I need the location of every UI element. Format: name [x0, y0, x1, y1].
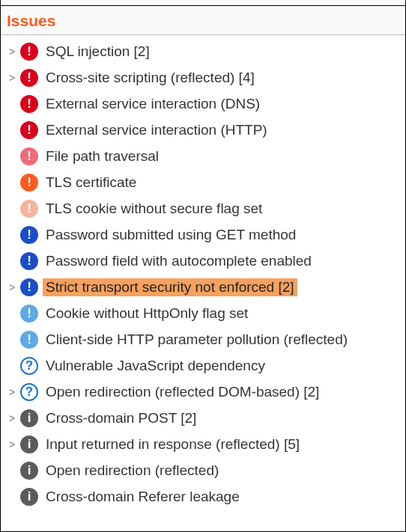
issue-label[interactable]: Cross-site scripting (reflected) [4]: [43, 69, 258, 87]
issue-label[interactable]: TLS cookie without secure flag set: [43, 200, 265, 218]
severity-glyph: !: [27, 123, 31, 136]
severity-glyph: ?: [25, 385, 33, 398]
issues-header: Issues: [1, 6, 405, 35]
issue-row[interactable]: >!File path traversal: [1, 143, 405, 169]
critical-icon: !: [20, 69, 38, 87]
issue-label[interactable]: TLS certificate: [43, 174, 139, 192]
issue-label[interactable]: Password submitted using GET method: [43, 226, 299, 244]
info-icon: i: [20, 409, 38, 427]
medium-tentative-icon: !: [20, 331, 38, 349]
issue-label[interactable]: Cross-domain Referer leakage: [43, 488, 243, 506]
severity-glyph: !: [27, 228, 31, 241]
issue-row[interactable]: >!Password field with autocomplete enabl…: [1, 248, 405, 274]
issues-panel: Issues >!SQL injection [2]>!Cross-site s…: [0, 0, 406, 532]
info-icon: i: [20, 488, 38, 506]
issue-label[interactable]: Vulnerable JavaScript dependency: [43, 357, 268, 375]
issue-row[interactable]: >iCross-domain POST [2]: [1, 405, 405, 431]
severity-glyph: !: [27, 281, 31, 293]
expander-icon[interactable]: >: [5, 72, 19, 84]
issues-tree: >!SQL injection [2]>!Cross-site scriptin…: [1, 35, 405, 510]
issue-label[interactable]: External service interaction (DNS): [43, 95, 263, 113]
issue-row[interactable]: >!Strict transport security not enforced…: [1, 274, 405, 300]
issue-label[interactable]: External service interaction (HTTP): [43, 121, 270, 139]
issue-row[interactable]: >iCross-domain Referer leakage: [1, 483, 405, 510]
severity-glyph: !: [27, 254, 31, 267]
issue-row[interactable]: >!SQL injection [2]: [1, 38, 405, 64]
issue-row[interactable]: >?Vulnerable JavaScript dependency: [1, 352, 405, 379]
top-divider: [1, 0, 405, 6]
issue-row[interactable]: >!TLS cookie without secure flag set: [1, 195, 405, 221]
medium-icon: !: [20, 278, 38, 296]
issue-label[interactable]: Cross-domain POST [2]: [43, 409, 199, 427]
severity-glyph: !: [27, 202, 31, 215]
issue-row[interactable]: >!External service interaction (HTTP): [1, 117, 405, 143]
high-icon: !: [20, 174, 38, 192]
issue-label[interactable]: Client-side HTTP parameter pollution (re…: [43, 331, 351, 349]
issue-row[interactable]: >?Open redirection (reflected DOM-based)…: [1, 379, 405, 405]
critical-icon: !: [20, 43, 38, 61]
expander-icon[interactable]: >: [5, 386, 19, 398]
issue-label[interactable]: Open redirection (reflected): [43, 462, 222, 480]
issue-row[interactable]: >!TLS certificate: [1, 169, 405, 195]
severity-glyph: i: [28, 490, 31, 503]
critical-icon: !: [20, 121, 38, 139]
issue-row[interactable]: >!Cross-site scripting (reflected) [4]: [1, 64, 405, 91]
info-icon: i: [20, 435, 38, 453]
severity-glyph: i: [28, 464, 31, 477]
medium-icon: !: [20, 252, 38, 270]
severity-glyph: !: [27, 176, 31, 189]
severity-glyph: !: [27, 45, 31, 58]
expander-icon[interactable]: >: [5, 281, 19, 293]
severity-glyph: !: [27, 333, 31, 346]
expander-icon[interactable]: >: [5, 412, 19, 424]
uncertain-icon: ?: [20, 383, 38, 401]
severity-glyph: ?: [25, 359, 33, 372]
issues-title: Issues: [7, 12, 55, 29]
critical-tentative-icon: !: [20, 147, 38, 165]
severity-glyph: i: [28, 412, 31, 424]
issue-label[interactable]: Password field with autocomplete enabled: [43, 252, 315, 270]
severity-glyph: !: [27, 307, 31, 319]
expander-icon[interactable]: >: [5, 438, 19, 450]
critical-icon: !: [20, 95, 38, 113]
issue-row[interactable]: >!Password submitted using GET method: [1, 221, 405, 248]
info-icon: i: [20, 462, 38, 480]
high-tentative-icon: !: [20, 200, 38, 218]
issue-row[interactable]: >!Cookie without HttpOnly flag set: [1, 300, 405, 326]
severity-glyph: !: [27, 97, 31, 110]
expander-icon[interactable]: >: [5, 46, 19, 58]
issue-label[interactable]: Input returned in response (reflected) […: [43, 435, 303, 453]
issue-row[interactable]: >iInput returned in response (reflected)…: [1, 431, 405, 457]
issue-label[interactable]: Cookie without HttpOnly flag set: [43, 305, 251, 322]
medium-tentative-icon: !: [20, 305, 38, 322]
severity-glyph: !: [27, 150, 31, 162]
severity-glyph: !: [27, 71, 31, 84]
issue-row[interactable]: >!Client-side HTTP parameter pollution (…: [1, 326, 405, 352]
severity-glyph: i: [28, 438, 31, 450]
medium-icon: !: [20, 226, 38, 244]
issue-label[interactable]: Strict transport security not enforced […: [43, 278, 297, 296]
issue-label[interactable]: Open redirection (reflected DOM-based) […: [43, 383, 322, 401]
issue-label[interactable]: File path traversal: [43, 147, 162, 165]
issue-row[interactable]: >iOpen redirection (reflected): [1, 457, 405, 483]
issue-label[interactable]: SQL injection [2]: [43, 43, 153, 61]
issue-row[interactable]: >!External service interaction (DNS): [1, 91, 405, 117]
uncertain-icon: ?: [20, 357, 38, 375]
